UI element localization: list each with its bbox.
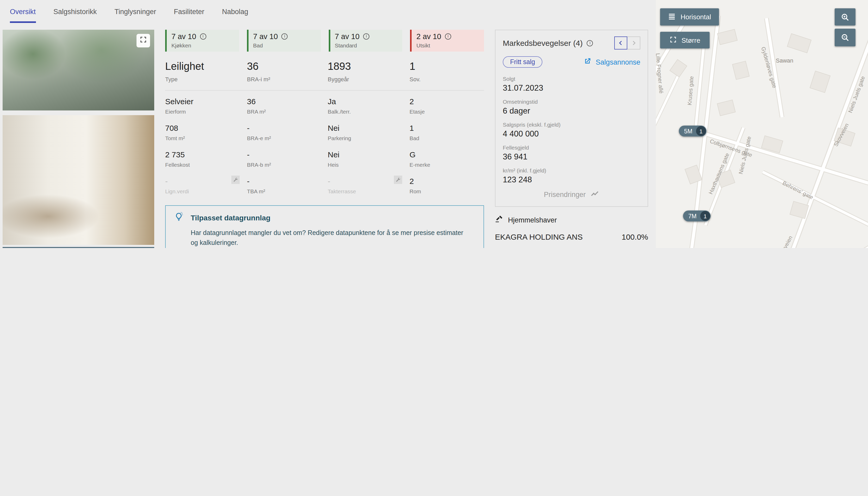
horizontal-layout-label: Horisontal <box>680 13 711 21</box>
expand-icon <box>140 36 147 45</box>
tab-nabolag[interactable]: Nabolag <box>222 8 248 23</box>
edited-data-icon <box>231 175 240 184</box>
fact-value: - <box>247 123 328 132</box>
gavel-icon <box>495 215 503 224</box>
map-panel[interactable]: Sawan Lille Frogner allé Gyldenløves gat… <box>656 0 868 248</box>
market-pager <box>614 36 640 49</box>
fact-label: Etasje <box>409 108 484 114</box>
next-sale-button[interactable] <box>627 36 640 49</box>
rating-standard: 7 av 10 Standard <box>328 30 402 51</box>
fact-label: BRA-i m² <box>247 76 328 82</box>
fact-label: BRA-b m² <box>247 161 328 168</box>
field-value: 123 248 <box>503 175 640 184</box>
sale-ad-link[interactable]: Salgsannonse <box>584 57 640 67</box>
fact-label: Sov. <box>409 76 484 82</box>
zoom-in-button[interactable] <box>835 8 855 26</box>
rating-kitchen: 7 av 10 Kjøkken <box>165 30 239 51</box>
property-photo-kitchen[interactable] <box>3 115 154 245</box>
fact-value: 2 <box>409 176 484 185</box>
owner-name: EKAGRA HOLDING ANS <box>495 232 583 241</box>
field-label: Fellesgjeld <box>503 144 640 151</box>
rating-value: 7 av 10 <box>335 32 359 41</box>
detail-facts: SelveierEierform 36BRA m² JaBalk./terr. … <box>165 93 484 199</box>
fact-value: Ja <box>328 97 409 106</box>
fact-label: Takterrasse <box>328 188 409 194</box>
field-value: 6 dager <box>503 106 640 116</box>
enlarge-map-button[interactable]: Større <box>660 32 710 48</box>
fact-label: Felleskost <box>165 161 247 168</box>
market-movements-card: Markedsbevegelser (4) Fritt salg <box>495 30 648 207</box>
field-label: kr/m² (inkl. f.gjeld) <box>503 167 640 173</box>
sale-ad-label: Salgsannonse <box>596 58 640 66</box>
marker-count: 1 <box>696 126 706 136</box>
expand-photo-button[interactable] <box>137 34 150 47</box>
prev-sale-button[interactable] <box>614 36 627 49</box>
fact-label: E-merke <box>409 161 484 168</box>
edited-data-icon <box>394 175 402 184</box>
photos-from-ad-button[interactable]: Bilder fra annonsen <box>3 247 154 248</box>
rating-bath: 7 av 10 Bad <box>247 30 321 51</box>
rating-value: 7 av 10 <box>253 32 278 41</box>
external-link-icon <box>584 57 592 67</box>
rating-label: Kjøkken <box>171 42 234 48</box>
fact-label: Byggeår <box>328 76 409 82</box>
lightbulb-icon <box>174 212 184 223</box>
field-label: Omsetningstid <box>503 98 640 105</box>
fact-value: 708 <box>165 123 247 132</box>
photo-column: Bilder fra annonsen <box>3 30 154 248</box>
fact-value: Leilighet <box>165 60 247 73</box>
facts-column: 7 av 10 Kjøkken 7 av 10 Bad 7 av 10 Stan… <box>165 30 484 248</box>
rating-view: 2 av 10 Utsikt <box>410 30 484 51</box>
field-value: 31.07.2023 <box>503 83 640 93</box>
fact-label: Bad <box>409 135 484 141</box>
info-icon[interactable] <box>282 33 288 40</box>
info-icon[interactable] <box>363 33 369 40</box>
fact-value: G <box>409 150 484 159</box>
price-marker[interactable]: 7M 1 <box>683 211 711 221</box>
info-icon[interactable] <box>200 33 206 40</box>
fact-label: Balk./terr. <box>328 108 409 114</box>
property-photo-exterior[interactable] <box>3 30 154 110</box>
app-window: Oversikt Salgshistorikk Tinglysninger Fa… <box>0 0 868 248</box>
price-marker[interactable]: 5M 1 <box>679 126 707 137</box>
horizontal-layout-button[interactable]: Horisontal <box>660 8 719 26</box>
rating-label: Standard <box>335 42 398 48</box>
fact-label: TBA m² <box>247 188 328 194</box>
tab-salgshistorikk[interactable]: Salgshistorikk <box>53 8 97 23</box>
expand-icon <box>669 36 677 45</box>
zoom-out-button[interactable] <box>835 29 855 46</box>
fact-value: - <box>247 176 328 185</box>
rating-label: Utsikt <box>417 42 480 48</box>
field-label: Salgspris (ekskl. f.gjeld) <box>503 121 640 128</box>
callout-body: Har datagrunnlaget mangler du vet om? Re… <box>191 228 464 248</box>
fact-cell-lignverdi: - Lign.verdi <box>165 172 247 199</box>
rating-value: 7 av 10 <box>171 32 196 41</box>
tab-oversikt[interactable]: Oversikt <box>10 8 36 23</box>
fact-value: Selveier <box>165 97 247 106</box>
fact-value: Nei <box>328 123 409 132</box>
fact-label: BRA m² <box>247 108 328 114</box>
info-icon[interactable] <box>587 40 593 46</box>
map-label: Sawan <box>776 57 793 64</box>
owner-section: Hjemmelshaver EKAGRA HOLDING ANS 100.0% <box>495 215 648 241</box>
field-value: 36 941 <box>503 152 640 161</box>
market-title: Markedsbevegelser (4) <box>503 38 583 47</box>
fact-label: Parkering <box>328 135 409 141</box>
tab-tinglysninger[interactable]: Tinglysninger <box>114 8 156 23</box>
rating-cards: 7 av 10 Kjøkken 7 av 10 Bad 7 av 10 Stan… <box>165 30 484 51</box>
zoom-out-icon <box>840 33 850 42</box>
zoom-in-icon <box>840 12 850 21</box>
rating-label: Bad <box>253 42 316 48</box>
line-chart-icon <box>590 190 599 199</box>
marker-price: 7M <box>688 213 697 219</box>
price-changes-link[interactable]: Prisendringer <box>503 190 640 199</box>
fact-label: Eierform <box>165 108 247 114</box>
fact-cell-takterrasse: - Takterrasse <box>328 172 409 199</box>
market-column: Markedsbevegelser (4) Fritt salg <box>495 30 648 248</box>
info-icon[interactable] <box>445 33 451 40</box>
fact-label: Tomt m² <box>165 135 247 141</box>
fact-value: - <box>247 150 328 159</box>
fact-value: 2 735 <box>165 150 247 159</box>
sale-type-chip[interactable]: Fritt salg <box>503 56 542 68</box>
tab-fasiliteter[interactable]: Fasiliteter <box>174 8 204 23</box>
